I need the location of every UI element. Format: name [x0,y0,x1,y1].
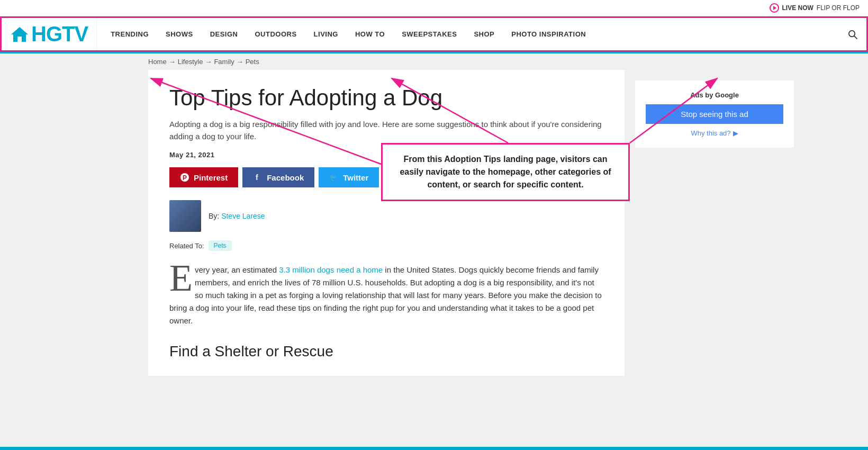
facebook-button[interactable]: f Facebook [242,167,314,187]
svg-text:🐦: 🐦 [330,174,337,181]
breadcrumb-lifestyle[interactable]: Lifestyle [178,58,203,66]
author-link[interactable]: Steve Larese [221,212,265,220]
article-body: E very year, an estimated 3.3 million do… [169,264,603,327]
nav-living[interactable]: LIVING [305,19,347,50]
pinterest-icon: P [180,173,189,182]
ad-box: Ads by Google Stop seeing this ad Why th… [635,80,794,148]
svg-point-1 [849,30,855,36]
sidebar: Ads by Google Stop seeing this ad Why th… [635,70,794,376]
svg-text:f: f [256,173,258,182]
breadcrumb-home[interactable]: Home [148,58,167,66]
breadcrumb-sep3: → [237,58,243,66]
bottom-bar [0,447,868,450]
breadcrumb-sep2: → [205,58,212,66]
annotation-text: From this Adoption Tips landing page, vi… [400,155,611,189]
twitter-icon: 🐦 [329,173,339,182]
dogs-link[interactable]: 3.3 million dogs need a home [279,265,383,274]
author-name: By: Steve Larese [209,212,265,220]
related-tag-pets[interactable]: Pets [209,240,232,251]
why-this-ad[interactable]: Why this ad? ▶ [646,129,783,137]
nav-outdoors[interactable]: OUTDOORS [246,19,305,50]
live-label: LIVE NOW [782,4,813,12]
why-chevron-icon: ▶ [733,129,738,137]
nav-menu: TRENDING SHOWS DESIGN OUTDOORS LIVING HO… [97,19,839,50]
svg-text:P: P [183,174,187,182]
breadcrumb: Home → Lifestyle → Family → Pets [0,53,868,70]
ad-label: Ads by Google [646,91,783,99]
house-icon [10,26,29,43]
article-title: Top Tips for Adopting a Dog [169,86,603,110]
svg-marker-0 [11,27,28,42]
show-name: FLIP OR FLOP [817,4,860,12]
annotation-box: From this Adoption Tips landing page, vi… [381,143,630,201]
pinterest-button[interactable]: P Pinterest [169,167,238,187]
section-heading: Find a Shelter or Rescue [169,343,603,360]
nav-shows[interactable]: SHOWS [157,19,202,50]
nav-how-to[interactable]: HOW TO [347,19,393,50]
breadcrumb-pets[interactable]: Pets [246,58,259,66]
nav-photo-inspiration[interactable]: PHOTO INSPIRATION [503,19,594,50]
author-avatar [169,200,201,232]
author-row: By: Steve Larese [169,200,603,232]
article-excerpt: Adopting a dog is a big responsibility f… [169,119,603,142]
stop-ad-button[interactable]: Stop seeing this ad [646,104,783,124]
nav-sweepstakes[interactable]: SWEEPSTAKES [393,19,465,50]
play-icon [770,3,779,13]
twitter-button[interactable]: 🐦 Twitter [319,167,379,187]
nav-design[interactable]: DESIGN [202,19,247,50]
search-icon [847,27,858,42]
facebook-icon: f [253,173,263,182]
nav-trending[interactable]: TRENDING [102,19,157,50]
search-button[interactable] [839,21,866,48]
nav-shop[interactable]: SHOP [465,19,503,50]
breadcrumb-family[interactable]: Family [214,58,234,66]
related-row: Related To: Pets [169,240,603,251]
live-now-bar: LIVE NOW FLIP OR FLOP [770,3,860,13]
hgtv-logo[interactable]: HGTV [2,18,97,50]
drop-cap: E [169,264,193,292]
breadcrumb-sep: → [169,58,176,66]
logo-text: HGTV [31,22,88,46]
svg-line-2 [854,35,857,39]
article-content: Top Tips for Adopting a Dog Adopting a d… [148,70,625,376]
related-label: Related To: [169,242,204,250]
